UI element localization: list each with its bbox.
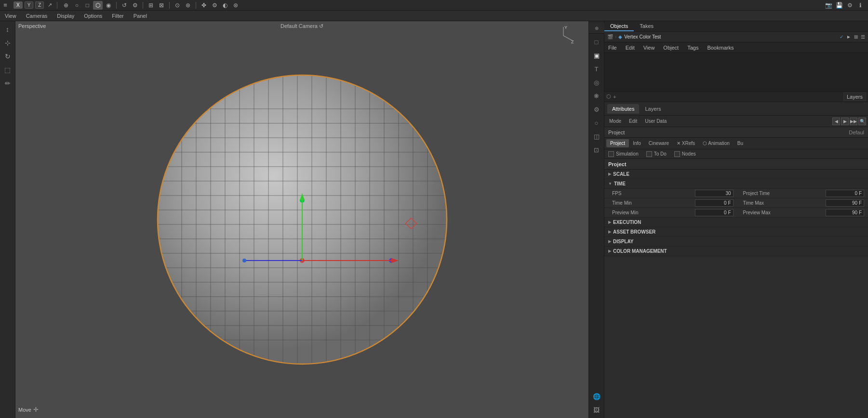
- attr-tab-xrefs[interactable]: ✕ XRefs: [673, 139, 699, 147]
- icon-square[interactable]: □: [590, 36, 603, 48]
- menu-object[interactable]: Object: [661, 44, 681, 52]
- tool-icon-9[interactable]: ⊠: [157, 1, 166, 10]
- menu-panel[interactable]: Panel: [132, 12, 149, 20]
- coord-x-button[interactable]: X: [13, 1, 23, 9]
- icon-globe[interactable]: 🌐: [590, 390, 603, 403]
- icon-brush[interactable]: ⊡: [590, 144, 603, 156]
- play-icon[interactable]: ►: [846, 34, 851, 39]
- obj-icon-1[interactable]: ⬡: [606, 93, 611, 100]
- icon-text[interactable]: T: [590, 63, 603, 75]
- panel-tab-attributes[interactable]: Attributes: [607, 104, 639, 114]
- left-tool-select[interactable]: ⬚: [1, 64, 14, 76]
- left-tool-paint[interactable]: ✏: [1, 77, 14, 90]
- menu-view-panel[interactable]: View: [641, 44, 657, 52]
- project-time-value[interactable]: 0 F: [826, 190, 864, 197]
- menu-bookmarks[interactable]: Bookmarks: [705, 44, 735, 52]
- checkbox-box-todo[interactable]: [646, 151, 652, 157]
- attr-tab-animation[interactable]: ⬡ Animation: [699, 139, 734, 147]
- checkbox-box-simulation[interactable]: [608, 151, 614, 157]
- tool-icon-5[interactable]: ◉: [104, 1, 113, 10]
- render-icon[interactable]: 📷: [824, 1, 833, 10]
- color-mgmt-label: COLOR MANAGEMENT: [613, 248, 667, 254]
- obj-icon-2[interactable]: +: [613, 94, 616, 100]
- checkbox-nodes[interactable]: Nodes: [674, 151, 696, 157]
- timemax-label: Time Max: [743, 200, 824, 206]
- icon-target[interactable]: ◎: [590, 76, 603, 89]
- search-btn[interactable]: 🔍: [858, 118, 866, 125]
- arrow-back[interactable]: ◀: [832, 118, 840, 125]
- attr-tab-project[interactable]: Project: [606, 139, 629, 147]
- attr-tab-cineware[interactable]: Cineware: [645, 139, 673, 147]
- extra-icon[interactable]: ↗: [48, 2, 52, 8]
- menu-cameras[interactable]: Cameras: [24, 12, 50, 20]
- previewmin-value[interactable]: 0 F: [695, 209, 734, 216]
- left-tool-move[interactable]: ↕: [1, 23, 14, 36]
- left-tool-scale[interactable]: ⊹: [1, 37, 14, 49]
- attr-tab-info[interactable]: Info: [629, 139, 645, 147]
- panel-expand-icon[interactable]: ⊕: [589, 23, 604, 34]
- checkbox-simulation[interactable]: Simulation: [608, 151, 639, 157]
- tool-icon-7[interactable]: ⚙: [130, 1, 140, 10]
- check-icon[interactable]: ✓: [840, 34, 843, 39]
- menu-options[interactable]: Options: [82, 12, 104, 20]
- icon-gear[interactable]: ⚙: [590, 103, 603, 116]
- tab-objects[interactable]: Objects: [604, 22, 634, 31]
- timemax-value[interactable]: 90 F: [826, 199, 864, 207]
- tool-icon-4[interactable]: ⬡: [93, 1, 103, 10]
- tool-icon-6[interactable]: ↺: [120, 1, 129, 10]
- menu-file[interactable]: File: [606, 44, 619, 52]
- checkbox-todo[interactable]: To Do: [646, 151, 667, 157]
- menu-tags[interactable]: Tags: [685, 44, 700, 52]
- icon-cube[interactable]: ▣: [590, 49, 603, 62]
- tool-icon-14[interactable]: ◐: [220, 1, 230, 10]
- menu-icon-path[interactable]: ☰: [861, 34, 865, 39]
- panel-tab-layers[interactable]: Layers: [640, 104, 666, 114]
- info-render-icon[interactable]: ℹ: [855, 1, 865, 10]
- object-name[interactable]: Vertex Color Test: [624, 34, 661, 39]
- previewmax-value[interactable]: 90 F: [826, 209, 864, 216]
- fps-value[interactable]: 30: [695, 190, 734, 197]
- render-settings-icon[interactable]: ⚙: [845, 1, 855, 10]
- arrow-forward-end[interactable]: ▶▶: [850, 118, 857, 125]
- icon-render[interactable]: 🖼: [590, 404, 603, 416]
- tool-icon-15[interactable]: ⊛: [231, 1, 240, 10]
- grid-icon[interactable]: ⊞: [854, 34, 858, 39]
- coord-z-button[interactable]: Z: [35, 1, 44, 9]
- viewport-camera[interactable]: Default Camera ↺: [280, 23, 323, 29]
- section-time[interactable]: ▼ TIME: [604, 179, 868, 189]
- tool-icon-1[interactable]: ⊕: [61, 1, 71, 10]
- arrow-forward[interactable]: ▶: [841, 118, 849, 125]
- timemin-value[interactable]: 0 F: [695, 199, 734, 207]
- tool-icon-3[interactable]: □: [82, 1, 92, 10]
- icon-circle[interactable]: ○: [590, 117, 603, 129]
- section-execution[interactable]: ▶ EXECUTION: [604, 218, 868, 227]
- mode-btn[interactable]: Mode: [606, 118, 624, 125]
- section-color-management[interactable]: ▶ COLOR MANAGEMENT: [604, 247, 868, 256]
- save-render-icon[interactable]: 💾: [834, 1, 844, 10]
- menu-view[interactable]: View: [3, 12, 18, 20]
- tool-icon-11[interactable]: ⊛: [183, 1, 193, 10]
- coord-y-button[interactable]: Y: [25, 1, 34, 9]
- asset-label: ASSET BROWSER: [613, 229, 655, 235]
- section-scale[interactable]: ▶ SCALE: [604, 170, 868, 179]
- tool-icon-2[interactable]: ○: [72, 1, 81, 10]
- menu-display[interactable]: Display: [55, 12, 76, 20]
- checkbox-box-nodes[interactable]: [674, 151, 680, 157]
- tool-icon-10[interactable]: ⊙: [173, 1, 182, 10]
- user-data-btn[interactable]: User Data: [642, 118, 669, 125]
- left-tool-rotate[interactable]: ↻: [1, 50, 14, 63]
- tool-icon-8[interactable]: ⊞: [146, 1, 156, 10]
- edit-btn[interactable]: Edit: [626, 118, 640, 125]
- section-asset-browser[interactable]: ▶ ASSET BROWSER: [604, 227, 868, 237]
- tab-takes[interactable]: Takes: [634, 22, 659, 31]
- tool-icon-12[interactable]: ✤: [199, 1, 209, 10]
- menu-icon[interactable]: ≡: [0, 0, 11, 11]
- project-default: Defaul: [849, 130, 864, 135]
- section-display[interactable]: ▶ DISPLAY: [604, 237, 868, 247]
- attr-tab-bu[interactable]: Bu: [734, 139, 747, 147]
- menu-edit[interactable]: Edit: [624, 44, 637, 52]
- menu-filter[interactable]: Filter: [110, 12, 125, 20]
- icon-layer[interactable]: ◫: [590, 130, 603, 143]
- icon-particles[interactable]: ❋: [590, 90, 603, 102]
- tool-icon-13[interactable]: ⚙: [210, 1, 219, 10]
